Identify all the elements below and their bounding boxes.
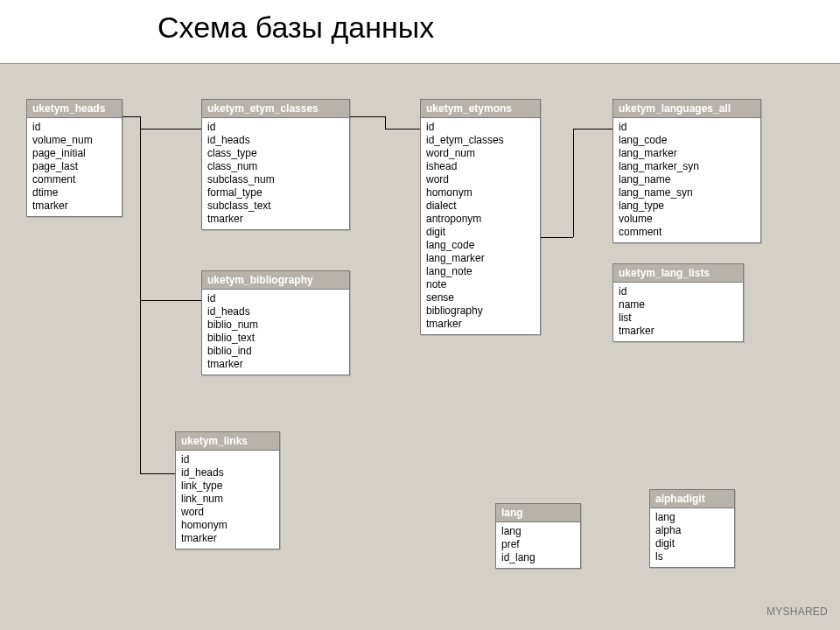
field: lang_type xyxy=(619,200,755,213)
field: volume_num xyxy=(32,134,116,147)
table-uketym-heads[interactable]: uketym_heads id volume_num page_initial … xyxy=(26,99,122,217)
table-body: id id_etym_classes word_num ishead word … xyxy=(421,118,540,334)
field: tmarker xyxy=(207,213,344,226)
watermark: MYSHARED xyxy=(766,606,828,618)
field: id xyxy=(426,121,535,134)
table-uketym-etymons[interactable]: uketym_etymons id id_etym_classes word_n… xyxy=(420,99,541,335)
field: homonym xyxy=(426,186,535,200)
table-body: lang alpha digit ls xyxy=(650,508,734,567)
table-uketym-languages-all[interactable]: uketym_languages_all id lang_code lang_m… xyxy=(612,99,761,243)
field: page_last xyxy=(32,160,116,173)
table-header[interactable]: uketym_bibliography xyxy=(202,271,349,290)
field: subclass_text xyxy=(207,200,344,213)
field: formal_type xyxy=(207,186,344,200)
table-uketym-lang-lists[interactable]: uketym_lang_lists id name list tmarker xyxy=(612,263,744,342)
field: tmarker xyxy=(426,318,535,331)
table-header[interactable]: uketym_languages_all xyxy=(613,100,760,118)
field: antroponym xyxy=(426,213,535,226)
field: word xyxy=(181,506,274,519)
field: ishead xyxy=(426,160,535,173)
table-header[interactable]: uketym_heads xyxy=(27,100,122,118)
table-uketym-links[interactable]: uketym_links id id_heads link_type link_… xyxy=(175,431,280,550)
schema-canvas: uketym_heads id volume_num page_initial … xyxy=(0,63,840,630)
field: word_num xyxy=(426,147,535,160)
field: homonym xyxy=(181,519,274,532)
table-header[interactable]: uketym_etymons xyxy=(421,100,540,118)
field: list xyxy=(619,312,738,325)
field: id xyxy=(207,121,344,134)
table-body: lang pref id_lang xyxy=(496,522,580,568)
field: lang_marker xyxy=(619,147,755,160)
field: id xyxy=(207,292,344,305)
table-header[interactable]: uketym_links xyxy=(176,432,279,451)
field: dialect xyxy=(426,200,535,213)
field: tmarker xyxy=(181,532,274,545)
field: subclass_num xyxy=(207,173,344,186)
field: lang_name xyxy=(619,173,755,186)
field: lang_code xyxy=(426,239,535,252)
field: lang xyxy=(501,525,575,538)
table-body: id id_heads biblio_num biblio_text bibli… xyxy=(202,290,349,374)
field: link_type xyxy=(181,480,274,493)
field: digit xyxy=(655,537,729,550)
table-body: id name list tmarker xyxy=(613,283,743,341)
table-header[interactable]: uketym_lang_lists xyxy=(613,264,743,283)
table-body: id id_heads link_type link_num word homo… xyxy=(176,451,279,549)
field: tmarker xyxy=(207,358,344,371)
field: biblio_text xyxy=(207,332,344,345)
field: note xyxy=(426,278,535,291)
field: pref xyxy=(501,538,575,551)
table-header[interactable]: alphadigit xyxy=(650,490,734,508)
table-uketym-bibliography[interactable]: uketym_bibliography id id_heads biblio_n… xyxy=(201,270,350,375)
table-uketym-etym-classes[interactable]: uketym_etym_classes id id_heads class_ty… xyxy=(201,99,350,230)
field: bibliography xyxy=(426,304,535,318)
field: id xyxy=(619,285,738,298)
field: lang_marker xyxy=(426,252,535,265)
field: lang_name_syn xyxy=(619,186,755,200)
field: id_heads xyxy=(207,305,344,318)
field: tmarker xyxy=(619,325,738,338)
field: ls xyxy=(655,550,729,564)
field: sense xyxy=(426,291,535,304)
table-lang[interactable]: lang lang pref id_lang xyxy=(495,503,581,569)
field: id xyxy=(619,121,755,134)
field: name xyxy=(619,298,738,312)
table-body: id lang_code lang_marker lang_marker_syn… xyxy=(613,118,760,242)
field: lang_marker_syn xyxy=(619,160,755,173)
field: comment xyxy=(32,173,116,186)
field: id_lang xyxy=(501,551,575,564)
field: alpha xyxy=(655,524,729,537)
field: lang xyxy=(655,511,729,524)
field: id xyxy=(32,121,116,134)
table-header[interactable]: uketym_etym_classes xyxy=(202,100,349,118)
field: tmarker xyxy=(32,200,116,213)
field: dtime xyxy=(32,186,116,200)
field: biblio_num xyxy=(207,318,344,332)
field: class_type xyxy=(207,147,344,160)
table-header[interactable]: lang xyxy=(496,504,580,522)
field: link_num xyxy=(181,493,274,506)
field: comment xyxy=(619,226,755,239)
field: id_etym_classes xyxy=(426,134,535,147)
field: digit xyxy=(426,226,535,239)
field: class_num xyxy=(207,160,344,173)
table-alphadigit[interactable]: alphadigit lang alpha digit ls xyxy=(649,489,735,568)
field: id_heads xyxy=(207,134,344,147)
table-body: id id_heads class_type class_num subclas… xyxy=(202,118,349,229)
field: volume xyxy=(619,213,755,226)
field: lang_code xyxy=(619,134,755,147)
field: biblio_ind xyxy=(207,345,344,358)
page-title: Схема базы данных xyxy=(158,10,434,45)
field: id_heads xyxy=(181,466,274,480)
field: lang_note xyxy=(426,265,535,278)
field: word xyxy=(426,173,535,186)
table-body: id volume_num page_initial page_last com… xyxy=(27,118,122,216)
field: id xyxy=(181,453,274,466)
field: page_initial xyxy=(32,147,116,160)
